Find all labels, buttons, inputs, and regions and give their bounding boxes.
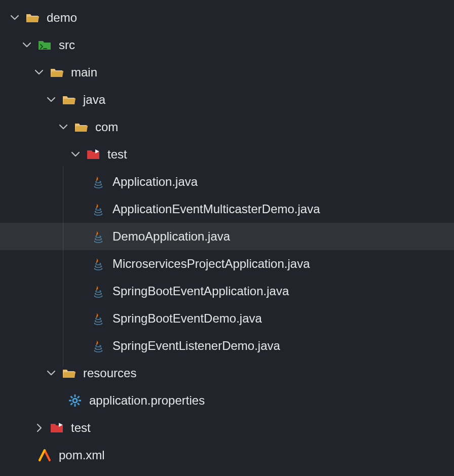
tree-item-file-demo-application[interactable]: DemoApplication.java xyxy=(0,223,454,250)
tree-item-com[interactable]: com xyxy=(0,113,454,141)
java-file-icon xyxy=(91,257,105,271)
package-folder-icon xyxy=(86,147,100,162)
tree-item-label: MicroservicesProjectApplication.java xyxy=(112,257,310,271)
chevron-down-icon xyxy=(21,39,32,51)
tree-item-label: com xyxy=(95,120,118,134)
chevron-down-icon xyxy=(58,122,69,133)
folder-open-icon xyxy=(50,65,64,80)
folder-open-icon xyxy=(74,120,88,134)
chevron-down-icon xyxy=(46,94,57,105)
tree-item-label: test xyxy=(71,421,91,435)
tree-item-label: SpringBootEventApplication.java xyxy=(112,284,289,298)
java-file-icon xyxy=(91,229,105,244)
tree-item-label: ApplicationEventMulticasterDemo.java xyxy=(112,202,320,216)
tree-item-java[interactable]: java xyxy=(0,86,454,113)
tree-item-file-spring-boot-event-app[interactable]: SpringBootEventApplication.java xyxy=(0,277,454,305)
tree-item-file-microservices[interactable]: MicroservicesProjectApplication.java xyxy=(0,250,454,277)
tree-item-file-event-multicaster[interactable]: ApplicationEventMulticasterDemo.java xyxy=(0,195,454,223)
tree-item-label: demo xyxy=(47,11,77,25)
tree-item-label: test xyxy=(107,147,127,162)
java-file-icon xyxy=(91,284,105,298)
tree-item-label: application.properties xyxy=(89,393,205,408)
chevron-down-icon xyxy=(33,67,45,78)
source-folder-icon xyxy=(37,38,52,52)
folder-open-icon xyxy=(62,93,76,107)
tree-item-label: resources xyxy=(83,366,136,380)
tree-item-label: src xyxy=(59,38,75,52)
java-file-icon xyxy=(91,311,105,326)
tree-item-test-package[interactable]: test xyxy=(0,141,454,168)
tree-item-file-app-properties[interactable]: application.properties xyxy=(0,387,454,414)
maven-icon xyxy=(37,448,52,462)
tree-item-file-pom[interactable]: pom.xml xyxy=(0,442,454,469)
tree-item-file-spring-boot-event-demo[interactable]: SpringBootEventDemo.java xyxy=(0,305,454,332)
chevron-down-icon xyxy=(9,12,20,23)
tree-item-label: pom.xml xyxy=(59,448,105,462)
tree-item-label: DemoApplication.java xyxy=(112,229,230,244)
tree-item-main[interactable]: main xyxy=(0,59,454,86)
folder-open-icon xyxy=(25,11,40,25)
tree-item-src[interactable]: src xyxy=(0,31,454,59)
tree-item-file-application[interactable]: Application.java xyxy=(0,168,454,195)
chevron-down-icon xyxy=(70,149,81,160)
gear-icon xyxy=(68,393,82,408)
java-file-icon xyxy=(91,339,105,353)
test-folder-icon xyxy=(50,421,64,435)
tree-item-file-spring-event-listener[interactable]: SpringEventListenerDemo.java xyxy=(0,332,454,360)
folder-open-icon xyxy=(62,366,76,380)
chevron-down-icon xyxy=(46,368,57,379)
tree-item-label: main xyxy=(71,65,97,80)
tree-item-label: java xyxy=(83,93,105,107)
java-file-icon xyxy=(91,202,105,216)
tree-item-test-folder[interactable]: test xyxy=(0,414,454,442)
tree-item-resources[interactable]: resources xyxy=(0,360,454,387)
java-file-icon xyxy=(91,175,105,189)
tree-item-demo[interactable]: demo xyxy=(0,4,454,31)
tree-item-label: SpringEventListenerDemo.java xyxy=(112,339,280,353)
chevron-right-icon xyxy=(33,422,45,433)
tree-item-label: Application.java xyxy=(112,175,198,189)
tree-item-label: SpringBootEventDemo.java xyxy=(112,311,262,326)
